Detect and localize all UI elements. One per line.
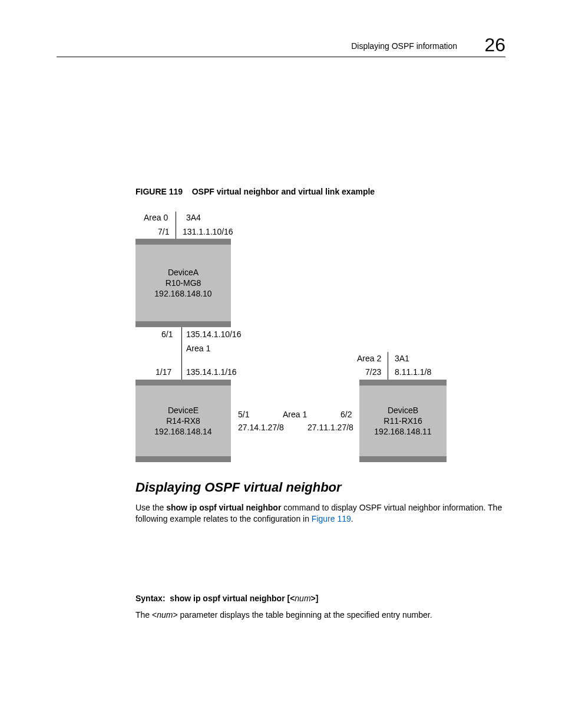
device-b-top-net: 8.11.1.1/8 (395, 367, 431, 377)
device-b-bot-bar (359, 456, 447, 462)
device-b-top-bar (359, 380, 447, 386)
device-a-top-bar (135, 239, 231, 245)
device-a-top-net: 131.1.1.10/16 (183, 227, 233, 236)
device-a-bot-bar (135, 321, 231, 327)
device-a-box: DeviceA R10-MG8 192.168.148.10 (135, 245, 231, 321)
device-e-box: DeviceE R14-RX8 192.168.148.14 (135, 386, 231, 456)
device-e-name: DeviceE (135, 405, 231, 416)
device-b-name: DeviceB (359, 405, 447, 416)
page-header: Displaying OSPF information 26 (0, 37, 562, 58)
section-heading: Displaying OSPF virtual neighbor (135, 480, 342, 495)
section-paragraph-2: The <num> parameter displays the table b… (135, 610, 505, 621)
page: Displaying OSPF information 26 FIGURE 11… (0, 0, 562, 728)
section-paragraph-1: Use the show ip ospf virtual neighbor co… (135, 502, 505, 525)
device-b-left-net: 27.11.1.27/8 (308, 423, 353, 432)
area0-label: Area 0 (144, 213, 168, 222)
syntax-cmd-end: >] (311, 594, 319, 603)
p1-pre: Use the (135, 503, 166, 512)
device-b-model: R11-RX16 (359, 416, 447, 426)
device-b-code: 3A1 (395, 354, 409, 363)
figure-label: FIGURE 119 (135, 187, 183, 196)
area2-label: Area 2 (357, 354, 381, 363)
p1-post: . (351, 514, 353, 523)
syntax-cmd: show ip ospf virtual neighbor [< (170, 594, 295, 603)
device-b-ip: 192.168.148.11 (359, 426, 447, 437)
device-a-bot-port: 6/1 (161, 330, 173, 339)
p1-cmd: show ip ospf virtual neighbor (166, 503, 281, 512)
figure-link[interactable]: Figure 119 (312, 514, 351, 523)
device-a-top-sep (176, 212, 176, 239)
header-rule (57, 57, 505, 57)
mid-area1-label: Area 1 (283, 410, 307, 419)
device-e-ip: 192.168.148.14 (135, 426, 231, 437)
device-e-right-port: 5/1 (238, 410, 249, 419)
device-a-top-port: 7/1 (158, 227, 169, 236)
device-e-top-bar (135, 380, 231, 386)
device-a-code: 3A4 (186, 213, 201, 222)
device-b-top-port: 7/23 (365, 367, 381, 377)
figure-caption: FIGURE 119 OSPF virtual neighbor and vir… (135, 187, 375, 196)
ospf-diagram: DeviceA R10-MG8 192.168.148.10 Area 0 3A… (135, 209, 465, 469)
header-title: Displaying OSPF information (351, 41, 457, 51)
a-e-sep (181, 327, 182, 380)
device-e-top-port: 1/17 (156, 367, 171, 377)
device-a-ip: 192.168.148.10 (135, 288, 231, 299)
area1-mid-label: Area 1 (186, 344, 210, 353)
p2-pre: The < (135, 610, 157, 620)
p2-post: > parameter displays the table beginning… (173, 610, 432, 620)
syntax-line: Syntax: show ip ospf virtual neighbor [<… (135, 594, 318, 603)
figure-title: OSPF virtual neighbor and virtual link e… (192, 187, 375, 196)
device-e-bot-bar (135, 456, 231, 462)
chapter-number: 26 (484, 34, 505, 56)
p2-param: num (157, 610, 173, 620)
device-e-top-net: 135.14.1.1/16 (186, 367, 237, 377)
device-a-model: R10-MG8 (135, 278, 231, 288)
device-e-right-net: 27.14.1.27/8 (238, 423, 284, 432)
device-b-left-port: 6/2 (340, 410, 352, 419)
syntax-label: Syntax: (135, 594, 166, 603)
device-b-box: DeviceB R11-RX16 192.168.148.11 (359, 386, 447, 456)
syntax-param: num (295, 594, 310, 603)
device-a-name: DeviceA (135, 267, 231, 278)
device-e-model: R14-RX8 (135, 416, 231, 426)
device-a-bot-net: 135.14.1.10/16 (186, 330, 241, 339)
device-b-top-sep (388, 352, 388, 380)
